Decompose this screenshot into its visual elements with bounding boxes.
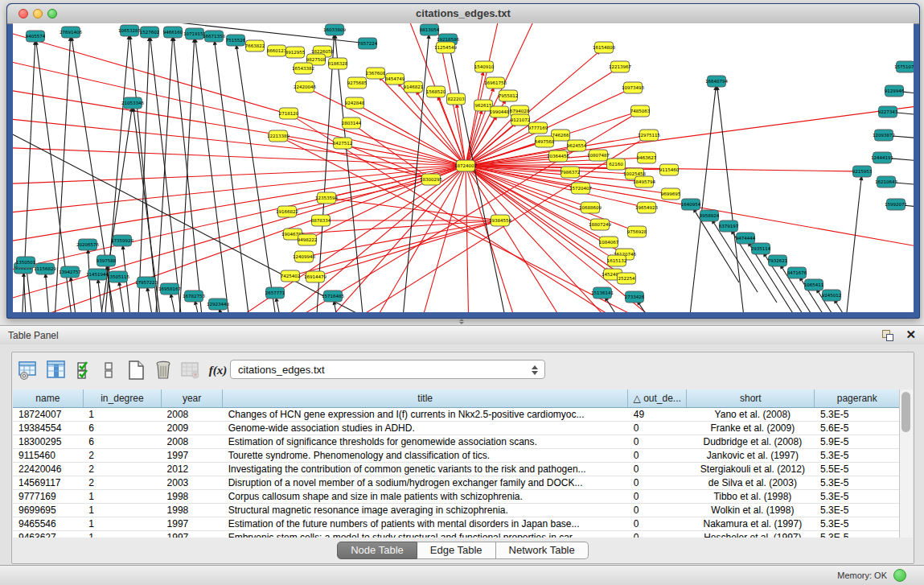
graph-edge-black[interactable] <box>717 90 751 312</box>
graph-edge-red[interactable] <box>13 81 466 166</box>
graph-edge-black[interactable] <box>897 113 914 117</box>
graph-edge-black[interactable] <box>895 183 914 187</box>
table-cell[interactable]: 22420046 <box>13 463 83 476</box>
float-panel-icon[interactable] <box>882 330 893 341</box>
column-header[interactable]: year <box>162 389 223 408</box>
table-cell[interactable]: 0 <box>628 504 687 517</box>
table-cell[interactable]: 0 <box>628 435 687 449</box>
graph-edge-red[interactable] <box>466 166 470 312</box>
graph-edge-black[interactable] <box>893 136 914 140</box>
panel-divider[interactable] <box>0 317 924 325</box>
new-column-button[interactable] <box>125 359 147 381</box>
table-cell[interactable]: Corpus callosum shape and size in male p… <box>223 490 628 504</box>
table-cell[interactable]: 9699695 <box>13 504 83 517</box>
graph-edge-black[interactable] <box>903 92 914 96</box>
table-cell[interactable]: 6 <box>83 422 161 435</box>
table-cell[interactable]: 9463627 <box>13 531 83 538</box>
graph-edge-red[interactable] <box>13 166 466 282</box>
table-scrollbar[interactable] <box>899 389 913 538</box>
table-cell[interactable]: 5.3E-5 <box>815 517 900 531</box>
table-cell[interactable]: Nakamura et al. (1997) <box>687 517 815 531</box>
table-cell[interactable]: Structural magnetic resonance image aver… <box>223 504 628 517</box>
table-cell[interactable]: Investigating the contribution of common… <box>223 463 628 476</box>
table-cell[interactable]: 1 <box>83 531 161 538</box>
graph-edge-black[interactable] <box>639 304 685 312</box>
clear-selection-button[interactable] <box>97 359 120 381</box>
table-cell[interactable]: 0 <box>628 463 687 476</box>
table-cell[interactable]: Estimation of significance thresholds fo… <box>223 435 628 449</box>
table-cell[interactable]: 2 <box>83 449 161 463</box>
table-cell[interactable]: 1 <box>83 490 161 504</box>
table-cell[interactable]: 9115460 <box>13 449 83 463</box>
table-cell[interactable]: Changes of HCN gene expression and I(f) … <box>223 408 628 422</box>
select-rows-button[interactable] <box>73 359 96 381</box>
table-cell[interactable]: 1 <box>83 408 161 422</box>
network-graph[interactable]: 9405574276914061065328715276029466160107… <box>13 23 914 312</box>
table-cell[interactable]: 1997 <box>162 517 223 531</box>
table-cell[interactable]: 0 <box>628 422 687 435</box>
table-cell[interactable]: 0 <box>628 517 687 531</box>
table-row[interactable]: 969969511998Structural magnetic resonanc… <box>13 504 900 517</box>
table-cell[interactable]: 5.3E-5 <box>815 504 900 517</box>
table-cell[interactable]: 2009 <box>162 422 223 435</box>
graph-edge-red[interactable] <box>466 166 914 258</box>
table-cell[interactable]: 2008 <box>162 435 223 449</box>
table-row[interactable]: 1456911722003Disruption of a novel membe… <box>13 476 900 490</box>
table-row[interactable]: 1938455462009Genome-wide association stu… <box>13 422 900 435</box>
graph-edge-red[interactable] <box>287 181 422 212</box>
function-builder-button[interactable]: f(x) <box>207 359 229 381</box>
delete-column-button[interactable] <box>152 359 175 381</box>
table-row[interactable]: 911546021997Tourette syndrome. Phenomeno… <box>13 449 900 463</box>
table-cell[interactable]: 5.6E-5 <box>815 422 900 435</box>
graph-edge-red[interactable] <box>13 113 466 166</box>
graph-edge-black[interactable] <box>130 39 164 312</box>
window-titlebar[interactable]: citations_edges.txt <box>7 4 919 24</box>
column-header[interactable]: title <box>223 389 628 408</box>
table-cell[interactable]: Tibbo et al. (1998) <box>687 490 815 504</box>
table-mode-button[interactable] <box>17 359 39 381</box>
tab-node-table[interactable]: Node Table <box>337 542 417 559</box>
table-cell[interactable]: Genome-wide association studies in ADHD. <box>223 422 628 435</box>
column-header[interactable]: △ out_de... <box>628 389 687 408</box>
table-cell[interactable]: 9465546 <box>13 517 83 531</box>
network-canvas[interactable]: 9405574276914061065328715276029466160107… <box>13 23 914 312</box>
table-cell[interactable]: 5.3E-5 <box>815 449 900 463</box>
table-cell[interactable]: 0 <box>628 490 687 504</box>
column-header[interactable]: in_degree <box>83 389 161 408</box>
table-cell[interactable]: 1998 <box>162 504 223 517</box>
table-cell[interactable]: 9777169 <box>13 490 83 504</box>
table-cell[interactable]: 0 <box>628 449 687 463</box>
divider-grip-icon[interactable] <box>458 319 466 324</box>
graph-edge-red[interactable] <box>13 166 466 218</box>
table-row[interactable]: 2242004622012Investigating the contribut… <box>13 463 900 476</box>
column-header[interactable]: name <box>13 389 83 408</box>
table-cell[interactable]: Estimation of the future numbers of pati… <box>223 517 628 531</box>
table-cell[interactable]: Hescheler et al. (1997) <box>687 531 815 538</box>
table-cell[interactable]: 49 <box>628 408 687 422</box>
table-cell[interactable]: 1 <box>83 517 161 531</box>
table-row[interactable]: 946362711997Embryonic stem cells: a mode… <box>13 531 900 538</box>
table-cell[interactable]: 5.9E-5 <box>815 435 900 449</box>
table-row[interactable]: 977716911998Corpus callosum shape and si… <box>13 490 900 504</box>
table-cell[interactable]: 2008 <box>162 408 223 422</box>
table-cell[interactable]: de Silva et al. (2003) <box>687 476 815 490</box>
table-cell[interactable]: Yano et al. (2008) <box>687 408 815 422</box>
column-header[interactable]: pagerank <box>815 389 900 408</box>
table-cell[interactable]: Tourette syndrome. Phenomenology and cla… <box>223 449 628 463</box>
table-cell[interactable]: 0 <box>628 531 687 538</box>
table-cell[interactable]: 19384554 <box>13 422 83 435</box>
graph-edge-black[interactable] <box>46 278 51 312</box>
table-cell[interactable]: 2012 <box>162 463 223 476</box>
table-row[interactable]: 1872400712008Changes of HCN gene express… <box>13 408 900 422</box>
graph-edge-red[interactable] <box>286 140 759 312</box>
table-cell[interactable]: 18300295 <box>13 435 83 449</box>
table-cell[interactable]: 0 <box>628 476 687 490</box>
table-cell[interactable]: Disruption of a novel member of a sodium… <box>223 476 628 490</box>
table-cell[interactable]: 5.3E-5 <box>815 476 900 490</box>
graph-edge-black[interactable] <box>71 281 80 312</box>
table-cell[interactable]: 1998 <box>162 490 223 504</box>
table-cell[interactable]: 1 <box>83 504 161 517</box>
table-row[interactable]: 1830029562008Estimation of significance … <box>13 435 900 449</box>
graph-edge-black[interactable] <box>88 253 93 312</box>
graph-edge-red[interactable] <box>343 143 423 176</box>
